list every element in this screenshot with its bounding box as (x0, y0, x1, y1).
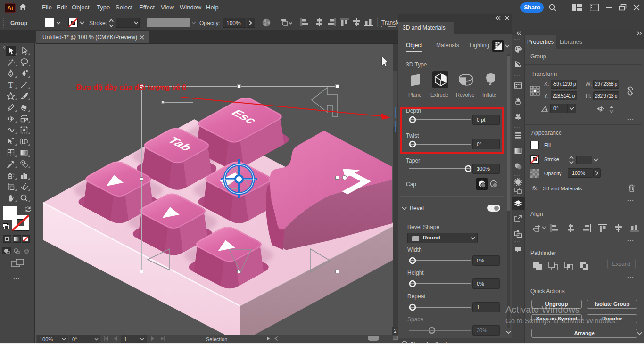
svg-text:Đưa độ dày của đối tượng về 0: Đưa độ dày của đối tượng về 0 (76, 83, 187, 91)
